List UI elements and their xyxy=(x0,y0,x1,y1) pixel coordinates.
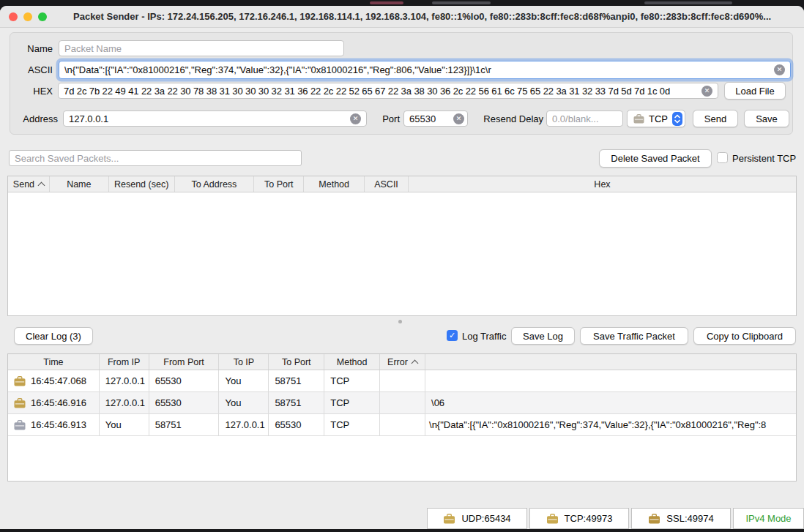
hex-field-wrap: ✕ xyxy=(58,83,718,99)
saved-col-toaddress[interactable]: To Address xyxy=(175,176,255,192)
save-log-button[interactable]: Save Log xyxy=(511,327,575,345)
log-col-toip[interactable]: To IP xyxy=(219,354,269,370)
saved-col-hex[interactable]: Hex xyxy=(409,176,796,192)
delete-saved-packet-button[interactable]: Delete Saved Packet xyxy=(599,149,712,168)
clear-hex-icon[interactable]: ✕ xyxy=(701,86,712,97)
name-label: Name xyxy=(10,43,53,54)
packet-form-group: Name ASCII ✕ HEX ✕ Load File Address ✕ P… xyxy=(10,32,793,135)
background-app-fragment xyxy=(370,1,403,4)
log-col-method[interactable]: Method xyxy=(324,354,380,370)
log-col-toport[interactable]: To Port xyxy=(269,354,324,370)
saved-col-resend[interactable]: Resend (sec) xyxy=(109,176,175,192)
saved-packets-empty-body xyxy=(8,192,796,316)
saved-col-ascii[interactable]: ASCII xyxy=(365,176,409,192)
send-button[interactable]: Send xyxy=(693,110,738,127)
saved-packets-header: Send Name Resend (sec) To Address To Por… xyxy=(8,176,796,192)
persistent-tcp-checkbox[interactable] xyxy=(717,152,728,163)
clear-log-button[interactable]: Clear Log (3) xyxy=(14,327,93,345)
titlebar[interactable]: Packet Sender - IPs: 172.24.156.205, 172… xyxy=(0,6,804,28)
clear-ascii-icon[interactable]: ✕ xyxy=(774,64,785,75)
log-row[interactable]: 16:45:47.068 127.0.0.1 65530 You 58751 T… xyxy=(8,370,796,392)
traffic-log-table: Time From IP From Port To IP To Port Met… xyxy=(7,353,797,482)
background-app-fragment xyxy=(432,1,491,4)
log-traffic-checkbox[interactable]: ✓ xyxy=(447,330,458,341)
traffic-log-header: Time From IP From Port To IP To Port Met… xyxy=(8,354,796,370)
packet-name-input[interactable] xyxy=(59,40,344,56)
persistent-tcp-label: Persistent TCP xyxy=(732,153,796,164)
log-row[interactable]: 16:45:46.916 127.0.0.1 65530 You 58751 T… xyxy=(8,392,796,414)
sort-ascending-icon xyxy=(411,360,418,367)
close-window-icon[interactable] xyxy=(9,12,18,21)
log-row[interactable]: 16:45:46.913 You 58751 127.0.0.1 65530 T… xyxy=(8,414,796,436)
log-col-time[interactable]: Time xyxy=(8,354,100,370)
saved-col-name[interactable]: Name xyxy=(50,176,109,192)
protocol-select[interactable]: TCP xyxy=(627,110,685,127)
load-file-button[interactable]: Load File xyxy=(724,82,786,100)
saved-col-send[interactable]: Send xyxy=(8,176,50,192)
status-tcp-server[interactable]: TCP:49973 xyxy=(529,508,629,529)
sort-ascending-icon xyxy=(38,182,45,190)
hex-label: HEX xyxy=(10,86,53,97)
address-label: Address xyxy=(10,113,58,124)
resend-delay-label: Resend Delay xyxy=(478,113,543,124)
status-ssl-server[interactable]: SSL:49974 xyxy=(631,508,731,529)
ssl-packet-icon xyxy=(648,514,660,524)
packet-icon-gray xyxy=(14,420,26,430)
ascii-label: ASCII xyxy=(10,64,53,75)
saved-col-method[interactable]: Method xyxy=(304,176,365,192)
log-col-fromip[interactable]: From IP xyxy=(100,354,149,370)
tcp-packet-icon xyxy=(546,514,559,524)
udp-packet-icon xyxy=(443,514,455,524)
save-button[interactable]: Save xyxy=(744,110,789,127)
saved-packets-table: Send Name Resend (sec) To Address To Por… xyxy=(7,176,797,316)
clear-port-icon[interactable]: ✕ xyxy=(453,113,464,124)
port-label: Port xyxy=(378,113,400,124)
copy-to-clipboard-button[interactable]: Copy to Clipboard xyxy=(693,327,796,345)
packet-icon-gold xyxy=(14,398,26,408)
chevron-up-down-icon xyxy=(672,112,682,126)
resend-delay-input[interactable] xyxy=(546,110,623,127)
ascii-field-wrap: ✕ xyxy=(59,61,791,79)
background-app-fragment xyxy=(644,1,732,4)
status-udp-server[interactable]: UDP:65434 xyxy=(427,508,527,529)
address-field-wrap: ✕ xyxy=(63,110,367,127)
packet-icon xyxy=(633,114,644,124)
ascii-input[interactable] xyxy=(59,61,791,79)
window-title: Packet Sender - IPs: 172.24.156.205, 172… xyxy=(73,11,771,22)
protocol-selected-value: TCP xyxy=(649,113,668,124)
address-input[interactable] xyxy=(63,110,367,127)
log-col-error[interactable]: Error xyxy=(380,354,425,370)
log-traffic-label: Log Traffic xyxy=(462,331,506,342)
log-col-data[interactable] xyxy=(425,354,796,370)
splitter-handle[interactable] xyxy=(398,320,402,323)
search-saved-packets-input[interactable] xyxy=(9,150,302,166)
packet-icon-gold xyxy=(14,376,26,386)
clear-address-icon[interactable]: ✕ xyxy=(350,113,361,124)
saved-col-toport[interactable]: To Port xyxy=(254,176,304,192)
port-field-wrap: ✕ xyxy=(403,110,468,127)
log-col-fromport[interactable]: From Port xyxy=(149,354,220,370)
hex-input[interactable] xyxy=(58,83,718,99)
minimize-window-icon[interactable] xyxy=(23,12,32,21)
zoom-window-icon[interactable] xyxy=(38,12,47,21)
save-traffic-packet-button[interactable]: Save Traffic Packet xyxy=(580,327,688,345)
packet-sender-window: Packet Sender - IPs: 172.24.156.205, 172… xyxy=(0,6,804,529)
status-ip-mode[interactable]: IPv4 Mode xyxy=(733,508,804,529)
